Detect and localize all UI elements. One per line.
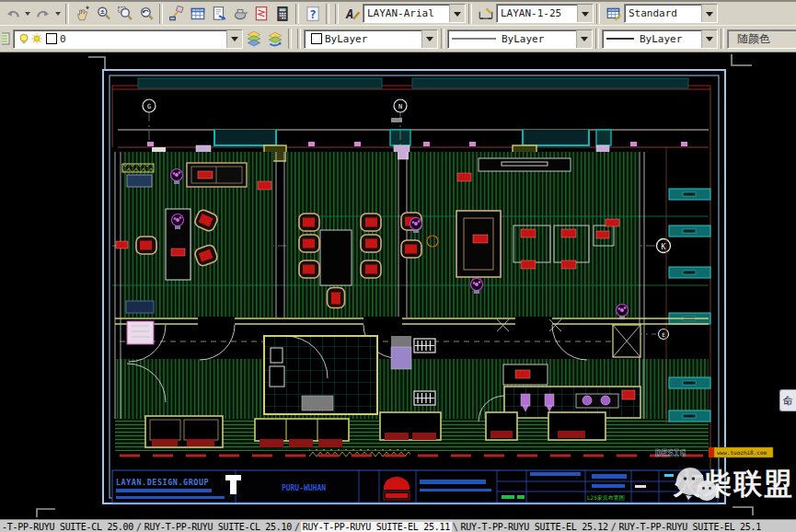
redo-icon[interactable] (32, 3, 53, 24)
chevron-down-icon[interactable] (576, 30, 592, 48)
floor-plan: G N K E (0, 52, 796, 519)
lineweight-value: ByLayer (640, 33, 682, 45)
undo-dropdown-icon[interactable] (23, 3, 32, 24)
layout-tab[interactable]: RUY-T-PP-RUYU SUITE-EL 25.11 (301, 522, 452, 532)
title-block: LAYAN.DESIGN.GROUP PURU-WUHAN L25家具布置图 (112, 470, 718, 503)
svg-text:±: ± (99, 7, 104, 16)
layout-tab-separator: / (135, 522, 143, 532)
titleblock-company: LAYAN.DESIGN.GROUP (116, 478, 209, 487)
layout-tab[interactable]: RUY-T-PP-RUYU SUITE-EL 25.12 (459, 522, 610, 532)
svg-text:N: N (398, 103, 402, 110)
separator (595, 29, 599, 49)
site-watermark: www.tuozhi8.com (717, 449, 767, 456)
chevron-down-icon[interactable] (449, 5, 465, 22)
grid-bubble-right-mid: K (657, 239, 671, 253)
pan-icon[interactable] (72, 3, 93, 24)
desig-watermark: DESIG (655, 447, 686, 459)
separator (721, 29, 724, 49)
layout-tab-separator: / (610, 522, 617, 532)
quick-calc-icon[interactable] (271, 3, 293, 24)
redo-dropdown-icon[interactable] (53, 3, 63, 24)
floating-widget-glyph: 命 (783, 394, 793, 408)
drawing-canvas[interactable]: G N K E (0, 52, 796, 519)
separator (596, 4, 600, 24)
separator (288, 29, 292, 49)
layer-color-swatch (46, 33, 57, 44)
table-style-icon[interactable] (603, 3, 624, 24)
render-icon[interactable] (229, 3, 250, 24)
plot-style-value: 随颜色 (737, 31, 770, 47)
chevron-down-icon[interactable] (701, 5, 717, 22)
svg-text:A: A (345, 6, 353, 21)
layout-tab[interactable]: -T-PP-RUYU SUITE-CL 25.00 (0, 522, 135, 532)
match-properties-icon[interactable] (166, 3, 187, 24)
layer-previous-icon[interactable] (264, 29, 285, 50)
grid-bubble-top-left: G (143, 99, 156, 112)
layout-tabs-bar: -T-PP-RUYU SUITE-CL 25.00/RUY-T-PP-RUYU … (0, 519, 796, 532)
color-select[interactable]: ByLayer (304, 29, 438, 49)
grid-bubble-top-right: N (394, 99, 407, 112)
dim-style-value: LAYAN-1-25 (501, 7, 561, 19)
chevron-down-icon[interactable] (226, 30, 242, 48)
toolbar-standard: ± ? A LAYAN-Arial LAYAN-1-25 (0, 0, 796, 26)
zoom-window-icon[interactable] (114, 3, 135, 24)
dim-style-select[interactable]: LAYAN-1-25 (496, 4, 594, 23)
layer-name: 0 (60, 33, 66, 45)
lineweight-sample (606, 36, 634, 41)
layer-on-icon (17, 32, 30, 45)
separator (159, 4, 163, 24)
lineweight-select[interactable]: ByLayer (602, 29, 718, 49)
corridor (115, 317, 709, 362)
color-swatch (311, 33, 322, 44)
text-style-select[interactable]: LAYAN-Arial (363, 4, 466, 23)
separator (335, 4, 339, 24)
layout-tab-separator: \ (452, 522, 459, 532)
text-style-icon[interactable]: A (341, 3, 363, 24)
separator (297, 29, 301, 49)
separator (295, 4, 299, 24)
chevron-down-icon[interactable] (421, 30, 437, 48)
svg-text:E: E (662, 331, 665, 338)
svg-text:K: K (662, 243, 666, 251)
sheet-link-icon[interactable] (208, 3, 229, 24)
color-value: ByLayer (325, 33, 367, 45)
separator (65, 4, 69, 24)
grid-bubble-right-low: E (659, 330, 669, 340)
titleblock-sheet-label: L25家具布置图 (587, 494, 625, 502)
layout-tab-separator: / (294, 522, 301, 532)
separator (441, 29, 444, 49)
layout-tab[interactable]: RUY-T-PP-RUYU SUITE-EL 25.1 (617, 522, 763, 532)
layer-thaw-icon (30, 32, 43, 45)
text-style-value: LAYAN-Arial (367, 7, 434, 19)
svg-text:G: G (147, 103, 151, 110)
floating-widget[interactable]: 命 (779, 389, 796, 411)
sheet-watermarks: DESIG www.tuozhi8.com (655, 447, 773, 459)
layout-tab[interactable]: RUY-T-PP-RUYU SUITE-CL 25.10 (143, 522, 294, 532)
linetype-value: ByLayer (502, 33, 544, 45)
layer-select[interactable]: 0 (13, 29, 243, 49)
dim-style-icon[interactable] (475, 3, 496, 24)
separator (468, 4, 472, 24)
table-icon[interactable] (187, 3, 208, 24)
plot-style-field: 随颜色 (727, 29, 796, 49)
separator (326, 4, 329, 24)
chevron-down-icon[interactable] (701, 30, 717, 48)
svg-text:?: ? (309, 7, 316, 20)
linetype-sample (452, 36, 496, 41)
zoom-previous-icon[interactable] (135, 3, 156, 24)
table-style-select[interactable]: Standard (624, 4, 718, 23)
layer-manager-icon[interactable] (2, 29, 13, 50)
linetype-select[interactable]: ByLayer (447, 29, 593, 49)
help-icon[interactable]: ? (302, 3, 323, 24)
layer-states-icon[interactable] (243, 29, 264, 50)
toolbar-layers-properties: 0 ByLayer ByLayer ByLayer 随颜色 (0, 26, 796, 52)
markup-icon[interactable] (250, 3, 271, 24)
undo-icon[interactable] (2, 3, 23, 24)
zoom-realtime-icon[interactable]: ± (93, 3, 114, 24)
chevron-down-icon[interactable] (577, 5, 593, 22)
titleblock-project: PURU-WUHAN (282, 484, 326, 492)
table-style-value: Standard (629, 7, 677, 19)
